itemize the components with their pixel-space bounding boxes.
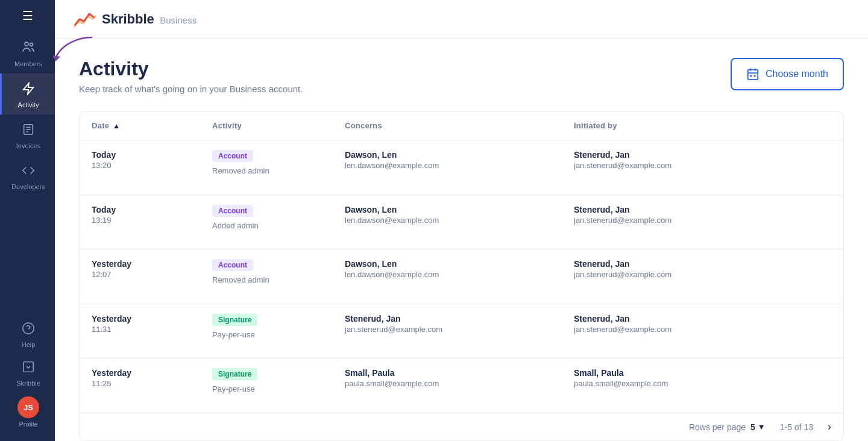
rows-per-page-selector[interactable]: 5 ▼ bbox=[750, 422, 766, 432]
page-info: 1-5 of 13 bbox=[780, 422, 813, 432]
concern-email-2: len.dawson@example.com bbox=[345, 270, 550, 279]
col-initiated-label: Initiated by bbox=[574, 121, 617, 130]
hamburger-menu-button[interactable]: ☰ bbox=[0, 0, 55, 31]
initiator-name-4: Small, Paula bbox=[574, 368, 831, 378]
cell-date-4: Yesterday 11:25 bbox=[80, 358, 200, 413]
col-initiated: Initiated by bbox=[562, 111, 843, 140]
activity-desc-3: Pay-per-use bbox=[212, 330, 321, 339]
initiator-email-1: jan.stenerud@example.com bbox=[574, 216, 831, 225]
header-bar: Skribble Business bbox=[55, 0, 868, 39]
sidebar-item-skribble-label: Skribble bbox=[16, 380, 40, 387]
initiator-name-1: Stenerud, Jan bbox=[574, 205, 831, 214]
skribble-logo-icon bbox=[74, 8, 96, 30]
calendar-icon bbox=[746, 67, 760, 81]
sidebar: ☰ Members Activity bbox=[0, 0, 55, 441]
cell-concerns-4: Small, Paula paula.small@example.com bbox=[333, 358, 562, 413]
activity-desc-1: Added admin bbox=[212, 221, 321, 230]
sidebar-item-invoices-label: Invoices bbox=[16, 142, 40, 149]
activity-icon bbox=[22, 82, 35, 99]
avatar: JS bbox=[17, 396, 39, 418]
concern-name-4: Small, Paula bbox=[345, 368, 550, 378]
svg-rect-9 bbox=[24, 362, 34, 372]
svg-marker-2 bbox=[24, 83, 34, 94]
sidebar-item-members-label: Members bbox=[14, 60, 42, 67]
svg-point-7 bbox=[23, 323, 34, 334]
initiator-email-0: jan.stenerud@example.com bbox=[574, 161, 831, 170]
svg-point-1 bbox=[30, 43, 33, 46]
cell-activity-4: Signature Pay-per-use bbox=[200, 358, 333, 413]
brand-type-text: Business bbox=[160, 15, 197, 25]
skribble-nav-icon bbox=[22, 360, 35, 377]
page-header: Activity Keep track of what's going on i… bbox=[79, 58, 844, 94]
cell-date-1: Today 13:19 bbox=[80, 195, 200, 249]
cell-initiator-0: Stenerud, Jan jan.stenerud@example.com bbox=[562, 140, 843, 195]
date-day-0: Today bbox=[92, 150, 188, 160]
badge-2: Account bbox=[212, 259, 253, 271]
brand-name: Skribble Business bbox=[102, 11, 197, 27]
page-subtitle: Keep track of what's going on in your Bu… bbox=[79, 84, 303, 94]
table-row: Today 13:20 Account Removed admin Dawson… bbox=[80, 140, 843, 195]
developers-icon bbox=[22, 164, 35, 181]
cell-concerns-3: Stenerud, Jan jan.stenerud@example.com bbox=[333, 304, 562, 358]
sidebar-item-developers[interactable]: Developers bbox=[0, 155, 55, 196]
activity-desc-4: Pay-per-use bbox=[212, 384, 321, 393]
table-row: Yesterday 11:25 Signature Pay-per-use Sm… bbox=[80, 358, 843, 413]
hamburger-icon: ☰ bbox=[22, 10, 33, 22]
main-content: Skribble Business Activity Keep track of… bbox=[55, 0, 868, 441]
page-title: Activity bbox=[79, 58, 303, 80]
cell-concerns-0: Dawson, Len len.dawson@example.com bbox=[333, 140, 562, 195]
badge-1: Account bbox=[212, 205, 253, 217]
concern-email-0: len.dawson@example.com bbox=[345, 161, 550, 170]
sidebar-item-help[interactable]: Help bbox=[0, 314, 55, 353]
brand: Skribble Business bbox=[74, 8, 197, 30]
concern-email-1: len.dawson@example.com bbox=[345, 216, 550, 225]
sidebar-item-profile[interactable]: JS Profile bbox=[0, 392, 55, 434]
date-time-3: 11:31 bbox=[92, 325, 188, 334]
table-body: Today 13:20 Account Removed admin Dawson… bbox=[80, 140, 843, 413]
rows-per-page-label: Rows per page bbox=[689, 422, 746, 432]
activity-desc-0: Removed admin bbox=[212, 166, 321, 175]
concern-name-3: Stenerud, Jan bbox=[345, 314, 550, 324]
cell-initiator-4: Small, Paula paula.small@example.com bbox=[562, 358, 843, 413]
cell-date-0: Today 13:20 bbox=[80, 140, 200, 195]
sidebar-item-activity[interactable]: Activity bbox=[0, 74, 55, 114]
next-page-button[interactable]: › bbox=[828, 421, 831, 433]
choose-month-button[interactable]: Choose month bbox=[731, 58, 844, 90]
svg-rect-16 bbox=[754, 75, 756, 77]
concern-name-0: Dawson, Len bbox=[345, 150, 550, 160]
badge-3: Signature bbox=[212, 314, 257, 326]
sidebar-item-invoices[interactable]: Invoices bbox=[0, 114, 55, 155]
date-day-1: Today bbox=[92, 205, 188, 214]
profile-label: Profile bbox=[19, 421, 37, 428]
sidebar-item-members[interactable]: Members bbox=[0, 31, 55, 74]
invoices-icon bbox=[22, 123, 35, 140]
sidebar-bottom: Help Skribble JS Profile bbox=[0, 314, 55, 441]
concern-email-4: paula.small@example.com bbox=[345, 379, 550, 388]
table-row: Yesterday 11:31 Signature Pay-per-use St… bbox=[80, 304, 843, 358]
badge-0: Account bbox=[212, 150, 253, 162]
cell-date-2: Yesterday 12:07 bbox=[80, 249, 200, 304]
table-row: Yesterday 12:07 Account Removed admin Da… bbox=[80, 249, 843, 304]
svg-rect-11 bbox=[748, 70, 758, 80]
svg-rect-15 bbox=[750, 75, 752, 77]
cell-initiator-2: Stenerud, Jan jan.stenerud@example.com bbox=[562, 249, 843, 304]
sidebar-item-developers-label: Developers bbox=[11, 183, 45, 190]
cell-activity-1: Account Added admin bbox=[200, 195, 333, 249]
cell-concerns-2: Dawson, Len len.dawson@example.com bbox=[333, 249, 562, 304]
date-time-4: 11:25 bbox=[92, 379, 188, 388]
sidebar-nav: Members Activity Invoices bbox=[0, 31, 55, 314]
sidebar-item-skribble[interactable]: Skribble bbox=[0, 353, 55, 392]
choose-month-label: Choose month bbox=[766, 69, 828, 80]
table-footer: Rows per page 5 ▼ 1-5 of 13 › bbox=[80, 413, 843, 440]
initiator-email-3: jan.stenerud@example.com bbox=[574, 325, 831, 334]
initiator-email-2: jan.stenerud@example.com bbox=[574, 270, 831, 279]
initiator-name-3: Stenerud, Jan bbox=[574, 314, 831, 324]
cell-date-3: Yesterday 11:31 bbox=[80, 304, 200, 358]
col-date[interactable]: Date ▲ bbox=[80, 111, 200, 140]
page-title-section: Activity Keep track of what's going on i… bbox=[79, 58, 303, 94]
cell-initiator-1: Stenerud, Jan jan.stenerud@example.com bbox=[562, 195, 843, 249]
concern-name-2: Dawson, Len bbox=[345, 259, 550, 269]
sidebar-item-help-label: Help bbox=[22, 341, 36, 348]
rows-per-page-section: Rows per page 5 ▼ bbox=[689, 422, 766, 432]
cell-activity-2: Account Removed admin bbox=[200, 249, 333, 304]
